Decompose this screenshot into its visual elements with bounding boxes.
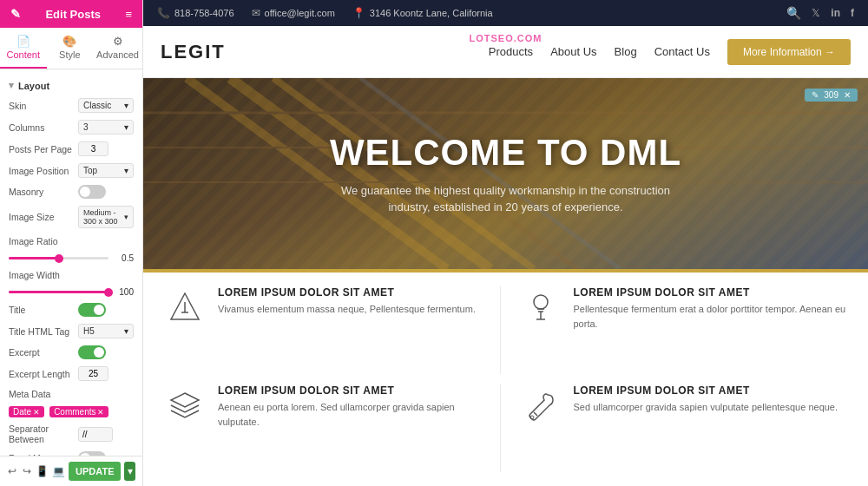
meta-tag-date-remove[interactable]: ✕ [33, 408, 40, 417]
feature-item-4: LOREM IPSUM DOLOR SIT AMET Sed ullamcorp… [511, 384, 848, 472]
title-html-tag-row: Title HTML Tag H5 ▾ [0, 320, 142, 342]
svg-marker-16 [171, 393, 199, 407]
tab-content[interactable]: 📄 Content [0, 28, 47, 69]
panel-title: Edit Posts [21, 8, 125, 21]
tab-advanced[interactable]: ⚙ Advanced [93, 28, 142, 69]
hamburger-icon[interactable]: ≡ [125, 8, 132, 21]
image-size-select[interactable]: Medium - 300 x 300 ▾ [78, 206, 134, 228]
image-position-row: Image Position Top ▾ [0, 160, 142, 181]
read-more-toggle[interactable] [78, 451, 106, 456]
desktop-preview-button[interactable]: 💻 [52, 462, 65, 481]
image-position-select[interactable]: Top ▾ [78, 163, 134, 178]
hero-steel-beams [143, 78, 868, 269]
posts-per-page-input[interactable]: 3 [78, 141, 108, 156]
excerpt-toggle[interactable] [78, 345, 106, 359]
separator-between-row: Separator Between [0, 420, 142, 448]
image-width-fill [9, 291, 108, 293]
top-bar: 📞 818-758-4076 ✉ office@legit.com 📍 3146… [143, 0, 868, 26]
undo-button[interactable]: ↩ [7, 462, 18, 481]
title-toggle[interactable] [78, 303, 106, 317]
columns-chevron: ▾ [124, 122, 128, 132]
excerpt-label: Excerpt [9, 347, 78, 358]
image-ratio-row: Image Ratio [0, 232, 142, 251]
columns-select[interactable]: 3 ▾ [78, 120, 134, 135]
main-content: 📞 818-758-4076 ✉ office@legit.com 📍 3146… [143, 0, 868, 486]
panel-footer: ↩ ↪ 📱 💻 UPDATE ▾ [0, 456, 142, 486]
twitter-icon[interactable]: 𝕏 [812, 7, 820, 19]
feature-icon-2 [520, 286, 562, 328]
feature-icon-4 [520, 384, 562, 426]
email-icon: ✉ [252, 7, 260, 19]
title-row: Title [0, 299, 142, 320]
layers-icon [168, 388, 202, 423]
hero-badge-icon: ✎ [812, 90, 819, 100]
mobile-preview-button[interactable]: 📱 [36, 462, 49, 481]
hero-badge-value: 309 [824, 90, 838, 100]
left-panel: ✎ Edit Posts ≡ 📄 Content 🎨 Style ⚙ Advan… [0, 0, 143, 486]
image-position-chevron: ▾ [124, 166, 128, 175]
address-info: 📍 3146 Koontz Lane, California [352, 7, 493, 19]
redo-button[interactable]: ↪ [22, 462, 33, 481]
image-ratio-track[interactable] [9, 257, 108, 259]
nav-products[interactable]: Products [489, 45, 533, 58]
linkedin-icon[interactable]: in [831, 7, 840, 19]
facebook-icon[interactable]: f [851, 7, 854, 19]
image-width-track[interactable] [9, 291, 108, 293]
nav-cta-button[interactable]: More Information → [727, 39, 851, 65]
title-label: Title [9, 305, 78, 315]
feature-text-2: LOREM IPSUM DOLOR SIT AMET Pellentesque … [574, 286, 848, 331]
masonry-toggle[interactable] [78, 185, 106, 199]
hero-badge: ✎ 309 ✕ [805, 89, 858, 102]
feature-item-2: LOREM IPSUM DOLOR SIT AMET Pellentesque … [511, 286, 848, 374]
image-size-label: Image Size [9, 212, 78, 222]
image-ratio-value: 0.5 [112, 253, 134, 263]
nav-about-us[interactable]: About Us [550, 45, 596, 58]
columns-label: Columns [9, 122, 78, 133]
advanced-tab-icon: ⚙ [113, 35, 123, 48]
image-width-thumb[interactable] [104, 288, 113, 297]
edit-icon: ✎ [10, 7, 21, 21]
excerpt-length-input[interactable]: 25 [78, 366, 108, 381]
meta-tag-comments-remove[interactable]: ✕ [97, 408, 104, 417]
skin-select[interactable]: Classic ▾ [78, 98, 134, 113]
feature-item-3: LOREM IPSUM DOLOR SIT AMET Aenean eu por… [164, 384, 501, 472]
nav-links: Products About Us Blog Contact Us More I… [489, 39, 851, 65]
meta-tags-container: Date ✕ Comments ✕ [0, 404, 142, 420]
image-ratio-thumb[interactable] [55, 254, 63, 263]
feature-icon-3 [164, 384, 206, 426]
excerpt-length-label: Excerpt Length [9, 369, 78, 379]
title-html-tag-chevron: ▾ [124, 326, 128, 336]
excerpt-length-row: Excerpt Length 25 [0, 363, 142, 384]
nav-contact-us[interactable]: Contact Us [654, 45, 710, 58]
more-options-button[interactable]: ▾ [124, 462, 135, 481]
meta-tag-date[interactable]: Date ✕ [9, 406, 44, 417]
nav-blog[interactable]: Blog [615, 45, 637, 58]
feature-text-3: LOREM IPSUM DOLOR SIT AMET Aenean eu por… [218, 384, 483, 429]
feature-icon-1 [164, 286, 206, 328]
posts-per-page-label: Posts Per Page [9, 144, 78, 154]
update-button[interactable]: UPDATE [69, 462, 121, 481]
meta-tag-comments[interactable]: Comments ✕ [49, 406, 108, 417]
image-ratio-fill [9, 257, 59, 259]
hero-subtitle: We guarantee the highest quality workman… [324, 182, 688, 216]
svg-line-17 [534, 412, 537, 416]
meta-data-label: Meta Data [9, 389, 78, 399]
wrench-icon [523, 388, 558, 423]
title-html-tag-select[interactable]: H5 ▾ [78, 324, 134, 338]
columns-row: Columns 3 ▾ [0, 116, 142, 138]
tab-style[interactable]: 🎨 Style [47, 28, 94, 69]
watermark: LOTSEO.COM [470, 33, 542, 43]
search-icon[interactable]: 🔍 [786, 6, 801, 20]
skin-row: Skin Classic ▾ [0, 95, 142, 116]
meta-data-row: Meta Data [0, 384, 142, 404]
masonry-row: Masonry [0, 181, 142, 202]
image-width-label: Image Width [9, 270, 78, 280]
hero-badge-close[interactable]: ✕ [844, 90, 851, 100]
feature-text-1: LOREM IPSUM DOLOR SIT AMET Vivamus eleme… [218, 286, 476, 317]
panel-header: ✎ Edit Posts ≡ [0, 0, 142, 28]
phone-info: 📞 818-758-4076 [157, 7, 234, 19]
svg-point-11 [534, 295, 548, 309]
layout-section-header[interactable]: Layout [0, 76, 142, 95]
separator-between-input[interactable] [78, 427, 113, 442]
image-size-chevron: ▾ [124, 213, 128, 221]
